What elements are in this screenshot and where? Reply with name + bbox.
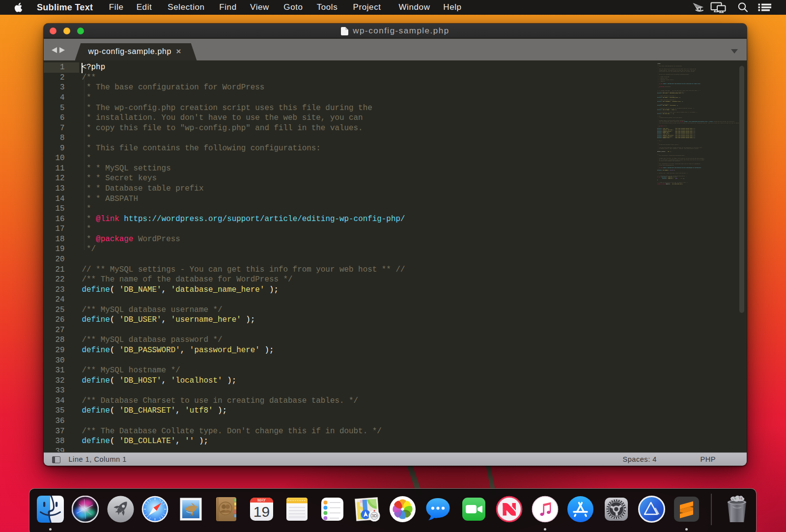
- svg-text:MAY: MAY: [257, 498, 266, 503]
- svg-text:19: 19: [253, 504, 270, 520]
- svg-text:3D: 3D: [372, 513, 378, 518]
